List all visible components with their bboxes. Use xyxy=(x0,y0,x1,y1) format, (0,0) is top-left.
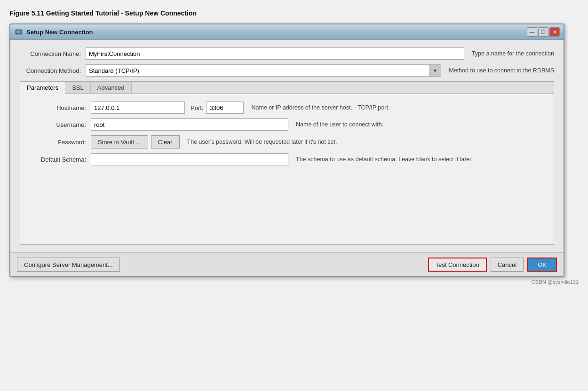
username-row: Username: Name of the user to connect wi… xyxy=(25,118,549,131)
footer-right: Test Connection Cancel OK xyxy=(428,258,557,272)
hostname-hint: Name or IP address of the server host. -… xyxy=(251,104,389,111)
tabs-container: Parameters SSL Advanced Hostname: Port: … xyxy=(20,81,554,245)
port-input[interactable] xyxy=(206,102,244,114)
connection-name-hint: Type a name for the connection xyxy=(472,50,554,57)
connection-method-row: Connection Method: Standard (TCP/IP) ▼ M… xyxy=(20,64,554,77)
store-in-vault-button[interactable]: Store in Vault ... xyxy=(91,135,148,149)
schema-input[interactable] xyxy=(91,153,288,165)
svg-point-2 xyxy=(18,31,20,33)
username-input[interactable] xyxy=(91,118,288,131)
dialog-footer: Configure Server Management... Test Conn… xyxy=(10,252,564,276)
connection-method-hint: Method to use to connect to the RDBMS xyxy=(449,67,554,74)
password-label: Password: xyxy=(25,139,91,146)
dialog-app-icon xyxy=(14,27,24,37)
password-hint: The user's password. Will be requested l… xyxy=(187,139,337,145)
setup-dialog: Setup New Connection — ❐ ✕ Connection Na… xyxy=(9,23,564,277)
port-label: Port: xyxy=(191,104,203,111)
restore-button[interactable]: ❐ xyxy=(538,27,548,37)
footer-left: Configure Server Management... xyxy=(17,258,120,272)
tabs-header: Parameters SSL Advanced xyxy=(20,82,554,94)
schema-label: Default Schema: xyxy=(25,156,91,163)
connection-method-label: Connection Method: xyxy=(20,67,86,74)
test-connection-button[interactable]: Test Connection xyxy=(428,258,487,272)
titlebar-buttons: — ❐ ✕ xyxy=(527,27,560,37)
titlebar-left: Setup New Connection xyxy=(14,27,93,37)
password-row: Password: Store in Vault ... Clear The u… xyxy=(25,135,549,149)
tab-parameters[interactable]: Parameters xyxy=(20,82,65,94)
ok-button[interactable]: OK xyxy=(527,258,557,272)
configure-server-button[interactable]: Configure Server Management... xyxy=(17,258,120,272)
hostname-input[interactable] xyxy=(91,102,185,114)
connection-method-select[interactable]: Standard (TCP/IP) xyxy=(86,64,441,77)
watermark: CSDN @cysmile131 xyxy=(9,279,579,285)
tab-ssl[interactable]: SSL xyxy=(65,82,91,94)
dialog-titlebar: Setup New Connection — ❐ ✕ xyxy=(10,24,564,40)
tab-parameters-content: Hostname: Port: Name or IP address of th… xyxy=(20,94,554,244)
schema-hint: The schema to use as default schema. Lea… xyxy=(296,156,473,163)
username-label: Username: xyxy=(25,121,91,128)
username-hint: Name of the user to connect with. xyxy=(296,121,383,128)
dialog-title: Setup New Connection xyxy=(26,29,93,36)
connection-name-input[interactable] xyxy=(86,47,464,60)
page-title: Figure 5.11 Getting Started Tutorial - S… xyxy=(9,9,579,17)
connection-name-row: Connection Name: Type a name for the con… xyxy=(20,47,554,60)
hostname-label: Hostname: xyxy=(25,104,91,111)
tab-advanced[interactable]: Advanced xyxy=(91,82,132,94)
password-buttons: Store in Vault ... Clear xyxy=(91,135,180,149)
cancel-button[interactable]: Cancel xyxy=(491,258,524,272)
clear-password-button[interactable]: Clear xyxy=(151,135,180,149)
connection-name-label: Connection Name: xyxy=(20,50,86,57)
schema-row: Default Schema: The schema to use as def… xyxy=(25,153,549,165)
connection-method-select-container: Standard (TCP/IP) ▼ xyxy=(86,64,441,77)
hostname-row: Hostname: Port: Name or IP address of th… xyxy=(25,102,549,114)
dialog-body: Connection Name: Type a name for the con… xyxy=(10,40,564,252)
close-button[interactable]: ✕ xyxy=(549,27,560,37)
minimize-button[interactable]: — xyxy=(527,27,537,37)
